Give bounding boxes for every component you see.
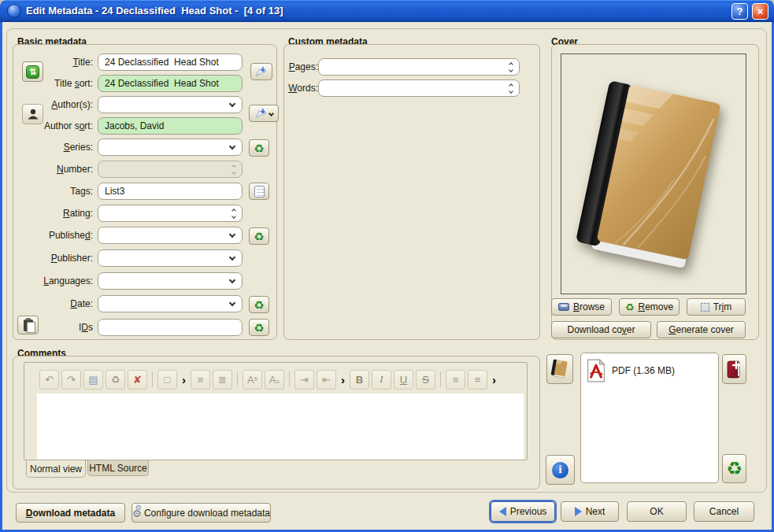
- format-item-pdf[interactable]: PDF (1.36 MB): [586, 357, 713, 384]
- generate-cover-button[interactable]: Generate cover: [657, 321, 746, 338]
- tags-input[interactable]: [98, 183, 243, 200]
- format-info-button[interactable]: i: [546, 455, 575, 485]
- cancel-label: Cancel: [709, 506, 739, 517]
- set-cover-from-format-button[interactable]: [546, 354, 573, 384]
- overflow-arrow-icon[interactable]: ›: [492, 373, 496, 386]
- format-label: PDF (1.36 MB): [612, 365, 675, 376]
- auto-sort-arrow-icon: [254, 108, 268, 120]
- rating-spinner[interactable]: 0 stars: [98, 205, 243, 222]
- spinner-arrows[interactable]: [509, 61, 513, 72]
- previous-button[interactable]: Previous: [491, 501, 555, 522]
- pages-spinner[interactable]: 387: [318, 58, 520, 76]
- clear-formatting-icon[interactable]: ✘: [128, 370, 147, 390]
- next-button[interactable]: Next: [561, 501, 619, 522]
- title-sort-input[interactable]: [98, 75, 243, 92]
- cover-image-frame: [561, 54, 746, 294]
- cover-image[interactable]: [572, 64, 735, 284]
- strikethrough-icon[interactable]: S: [416, 370, 435, 390]
- open-tag-editor-button[interactable]: [249, 183, 269, 200]
- underline-icon[interactable]: U: [394, 370, 413, 390]
- browse-label: Browse: [573, 301, 605, 312]
- align-center-icon[interactable]: ≡: [468, 370, 487, 390]
- download-cover-button[interactable]: Download cover: [551, 321, 651, 338]
- tab-normal-view[interactable]: Normal view: [26, 460, 86, 478]
- gears-icon: ⚙⚙: [132, 507, 140, 519]
- authors-combo[interactable]: Jacobs, David: [98, 96, 243, 113]
- numbered-list-icon[interactable]: ≣: [213, 370, 232, 390]
- window-title: Edit Metadata - 24 Declassified Head Sho…: [26, 5, 283, 17]
- close-button[interactable]: ×: [752, 3, 768, 20]
- remove-cover-button[interactable]: ♻ Remove: [619, 298, 680, 316]
- published-combo[interactable]: May 2012: [98, 227, 243, 244]
- published-label: Published:: [33, 230, 93, 241]
- clear-series-button[interactable]: ♻: [249, 139, 269, 157]
- comments-editor[interactable]: [37, 393, 524, 460]
- auto-author-sort-button[interactable]: [249, 105, 279, 122]
- italic-icon[interactable]: I: [372, 370, 391, 390]
- add-format-button[interactable]: [722, 354, 746, 384]
- book-icon: [550, 358, 569, 380]
- recycle-icon: ♻: [726, 460, 743, 478]
- tab-html-source[interactable]: HTML Source: [87, 460, 149, 476]
- ids-input[interactable]: [98, 319, 243, 336]
- clear-ids-button[interactable]: ♻: [249, 319, 269, 336]
- bold-icon[interactable]: B: [350, 370, 369, 390]
- help-button[interactable]: ?: [731, 3, 748, 20]
- spinner-arrows[interactable]: [232, 208, 235, 218]
- number-label: Number:: [33, 164, 93, 175]
- clear-published-button[interactable]: ♻: [249, 227, 269, 245]
- series-combo[interactable]: [98, 139, 243, 156]
- languages-combo[interactable]: [98, 272, 243, 290]
- ok-button[interactable]: OK: [627, 501, 687, 522]
- chevron-down-icon: [229, 143, 235, 150]
- window-border-left: [0, 22, 2, 532]
- bullet-list-icon[interactable]: ≡: [191, 370, 210, 390]
- words-spinner[interactable]: Undefined: [318, 79, 520, 97]
- browse-cover-button[interactable]: Browse: [551, 298, 612, 316]
- publisher-combo[interactable]: [98, 249, 243, 267]
- cancel-button[interactable]: Cancel: [694, 501, 754, 522]
- recycle-icon: ♻: [254, 142, 264, 154]
- chevron-down-icon: [229, 101, 235, 107]
- separator: [440, 371, 441, 387]
- chevron-down-icon: [229, 231, 235, 238]
- chevron-down-icon: [229, 300, 235, 306]
- title-input[interactable]: [98, 54, 243, 71]
- align-left-icon[interactable]: ≡: [446, 370, 465, 390]
- browse-disk-icon: [558, 303, 569, 311]
- overflow-arrow-icon[interactable]: ›: [341, 373, 345, 386]
- smarten-punctuation-icon[interactable]: ▤: [83, 370, 103, 390]
- ids-label: IDs: [33, 322, 93, 333]
- tag-list-icon: [254, 186, 265, 198]
- series-label: Series:: [33, 142, 93, 153]
- undo-icon[interactable]: ↶: [39, 370, 59, 390]
- subscript-icon[interactable]: Aₛ: [265, 370, 284, 390]
- download-metadata-button[interactable]: Download metadata: [16, 503, 125, 523]
- superscript-icon[interactable]: Aˢ: [243, 370, 262, 390]
- separator: [152, 371, 153, 387]
- spinner-arrows[interactable]: [509, 83, 513, 93]
- separator: [289, 371, 290, 387]
- recycle-icon[interactable]: ♻: [106, 370, 125, 390]
- download-metadata-label: Download metadata: [26, 508, 115, 519]
- indent-icon[interactable]: ⇥: [294, 370, 314, 390]
- clear-date-button[interactable]: ♻: [249, 296, 269, 313]
- trim-cover-button[interactable]: Trim: [687, 298, 746, 316]
- outdent-icon[interactable]: ⇤: [317, 370, 336, 390]
- overflow-arrow-icon[interactable]: ›: [182, 373, 186, 386]
- add-book-icon: [726, 359, 743, 379]
- arrow-left-icon: [499, 507, 506, 516]
- separator: [237, 371, 238, 387]
- pdf-file-icon: [586, 359, 606, 382]
- recycle-icon: ♻: [254, 322, 264, 334]
- title-bar[interactable]: Edit Metadata - 24 Declassified Head Sho…: [0, 0, 774, 22]
- copy-icon[interactable]: □: [157, 370, 177, 390]
- redo-icon[interactable]: ↷: [61, 370, 81, 390]
- formats-list[interactable]: PDF (1.36 MB): [580, 353, 719, 483]
- date-combo[interactable]: 29 May 2012: [98, 295, 243, 312]
- app-icon: [7, 4, 21, 18]
- arrow-right-icon: [575, 507, 582, 516]
- remove-format-button[interactable]: ♻: [722, 454, 746, 483]
- configure-download-metadata-button[interactable]: ⚙⚙ Configure download metadata: [131, 503, 271, 523]
- author-sort-input[interactable]: [98, 117, 243, 135]
